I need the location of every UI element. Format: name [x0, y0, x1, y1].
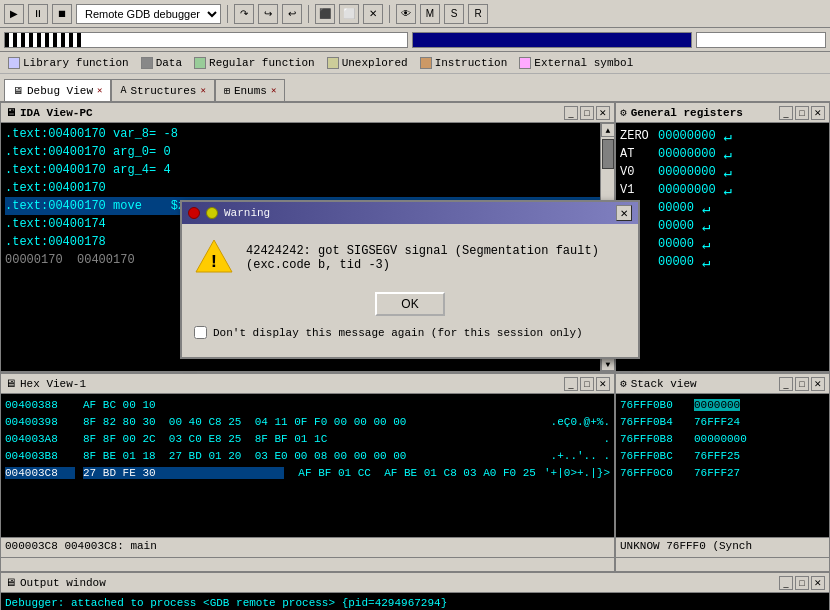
dialog-overlay: Warning ✕ ! 42424242: got SIGSEGV signal… — [0, 0, 830, 610]
dialog-ok-button[interactable]: OK — [375, 292, 445, 316]
dialog-footer: OK Don't display this message again (for… — [182, 288, 638, 357]
dialog-body: ! 42424242: got SIGSEGV signal (Segmenta… — [182, 224, 638, 288]
dialog-ok-row: OK — [194, 292, 626, 316]
svg-text:!: ! — [209, 252, 220, 272]
dialog-titlebar: Warning ✕ — [182, 202, 638, 224]
dialog-titlebar-close-button[interactable]: ✕ — [616, 205, 632, 221]
dialog-checkbox-label: Don't display this message again (for th… — [213, 327, 583, 339]
dialog-red-dot — [188, 207, 200, 219]
warning-dialog: Warning ✕ ! 42424242: got SIGSEGV signal… — [180, 200, 640, 359]
dialog-checkbox-row: Don't display this message again (for th… — [194, 326, 626, 339]
dialog-title-left: Warning — [188, 207, 270, 219]
dialog-yellow-dot — [206, 207, 218, 219]
dialog-message: 42424242: got SIGSEGV signal (Segmentati… — [246, 236, 626, 272]
dialog-checkbox[interactable] — [194, 326, 207, 339]
dialog-title-text: Warning — [224, 207, 270, 219]
dialog-warning-icon: ! — [194, 236, 234, 276]
dialog-message-text: 42424242: got SIGSEGV signal (Segmentati… — [246, 244, 599, 272]
